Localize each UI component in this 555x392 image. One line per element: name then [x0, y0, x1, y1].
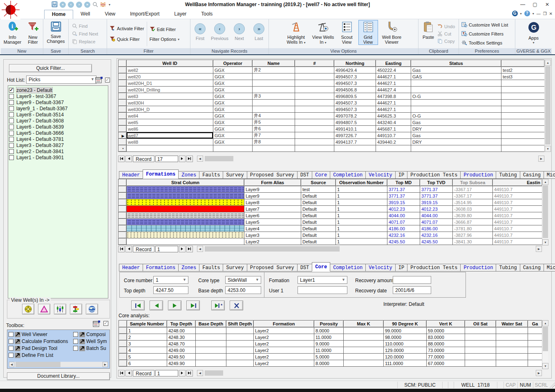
cell-northing[interactable]: 4994506.8	[334, 87, 376, 93]
core-last-button[interactable]	[186, 301, 200, 310]
row-selector[interactable]	[119, 347, 127, 354]
cell-well-id[interactable]: well20H_D1	[127, 80, 213, 87]
cell-easting[interactable]: 444627.1	[376, 100, 411, 106]
cell-gas-sat[interactable]	[528, 354, 542, 360]
cell-well-id[interactable]: well20	[127, 74, 213, 80]
cell-formation[interactable]: Layer2	[254, 347, 314, 354]
cell-source[interactable]: Default	[301, 232, 336, 238]
row-selector[interactable]	[119, 206, 127, 212]
hot-list-item[interactable]: Layer9 - test-3367	[9, 93, 107, 99]
cell-easting[interactable]: 445687.1	[376, 126, 411, 132]
quick-filter-button[interactable]: Quick Filter	[110, 36, 144, 42]
cell-status[interactable]	[411, 87, 501, 93]
last-record-icon[interactable]: »	[84, 2, 90, 8]
strat-pattern-cell[interactable]	[127, 238, 244, 245]
cell-max-k[interactable]	[344, 354, 384, 360]
tab-formations-strip[interactable]: Production Tests	[407, 171, 461, 179]
core-analysis-row[interactable]: 2 4248.30 Layer2 11.0000 98.0000 83.0000	[119, 334, 542, 341]
new-filter-button[interactable]: New Filter	[24, 20, 42, 45]
customize-well-list-button[interactable]: Customize Well List	[461, 22, 508, 28]
tab-core-strip[interactable]: Production	[460, 264, 496, 272]
cell-top-depth[interactable]: 4249.90	[167, 360, 196, 367]
well-row[interactable]: well30H_D GGX 4994507.3 444627.1	[119, 106, 545, 113]
cell-observation-number[interactable]: 1	[336, 199, 387, 206]
core-analysis-row[interactable]: 6 4249.90 Layer2 8.0000 111.0000 67.0000	[119, 360, 542, 367]
recovery-amount-input[interactable]	[393, 276, 431, 284]
customize-filters-button[interactable]: Customize Filters	[461, 31, 508, 37]
user1-input[interactable]	[298, 286, 347, 294]
menu-tab[interactable]: Import/Export	[123, 10, 167, 19]
tab-core-strip[interactable]: Formations	[143, 264, 179, 272]
cell-northing[interactable]: 4991410.1	[334, 126, 376, 132]
cell-easting[interactable]: 449110.7	[493, 206, 542, 212]
row-selector[interactable]	[119, 212, 127, 219]
help-caret-icon[interactable]: ▾	[533, 12, 534, 16]
cell-extra[interactable]	[501, 113, 545, 119]
cell-gas-sat[interactable]	[528, 360, 542, 367]
menu-tab[interactable]: View	[97, 10, 123, 19]
tab-core-strip[interactable]: Casing	[520, 264, 544, 272]
row-selector[interactable]	[119, 139, 127, 145]
cell-source[interactable]: Default	[301, 219, 336, 225]
cell-formation[interactable]: Layer2	[254, 341, 314, 347]
globe-button[interactable]	[86, 304, 98, 314]
cell-top-subsea[interactable]: -3827.96	[453, 232, 493, 238]
cell-base-depth[interactable]	[196, 347, 226, 354]
well-row[interactable]: well5 GGX 井5 4994807.5 443240.4 Gas	[119, 119, 545, 126]
tab-formations-strip[interactable]: Faults	[199, 171, 223, 179]
toolbox-settings-button[interactable]: ToolBox Settings	[461, 40, 508, 46]
record-last-button[interactable]	[186, 246, 193, 252]
find-button[interactable]: Find	[72, 23, 98, 29]
cell-90-degree-k[interactable]: 98.0000	[384, 334, 427, 341]
row-selector[interactable]	[119, 232, 127, 238]
cut-button[interactable]: Cut	[437, 31, 455, 37]
formation-row[interactable]: Layer3 Default 1 4232.16 4232.16 -3827.9…	[119, 232, 542, 238]
qat-dropdown-icon[interactable]: ▾	[109, 3, 110, 7]
cell-top-tvd[interactable]: 3771.37	[420, 186, 453, 193]
toolbox-item[interactable]: Batch Su	[73, 345, 107, 351]
well-bore-viewer-button[interactable]: Well BoreViewer	[380, 20, 404, 45]
cell-shift-depth[interactable]	[226, 347, 254, 354]
row-selector[interactable]	[119, 67, 127, 74]
cell-easting[interactable]: 449110.7	[493, 193, 542, 199]
cell-name[interactable]: 井2	[253, 67, 295, 74]
row-selector[interactable]: *	[119, 145, 127, 152]
cell-sample-number[interactable]: 3	[127, 341, 167, 347]
cell-operator[interactable]: GGX	[213, 67, 253, 74]
tab-formations-strip[interactable]: Completion	[330, 171, 366, 179]
cell-base-depth[interactable]	[196, 360, 226, 367]
cell-northing[interactable]: 4997078.2	[334, 113, 376, 119]
cell-source[interactable]: Default	[301, 206, 336, 212]
cell-formation[interactable]: Layer2	[254, 327, 314, 334]
cell-well-id[interactable]	[127, 145, 213, 152]
hot-list-item[interactable]: Layer8 - Default-3514	[9, 111, 107, 118]
cell-shift-depth[interactable]	[226, 341, 254, 347]
info-manager-button[interactable]: i Info Manager	[2, 20, 23, 45]
cell-easting[interactable]: 450222.4	[376, 67, 411, 74]
strat-chart-button[interactable]	[70, 304, 82, 314]
toolbox-item[interactable]: Well Viewer	[9, 332, 73, 337]
record-next-button[interactable]	[179, 370, 186, 376]
cell-source[interactable]: Default	[301, 238, 336, 245]
cell-number[interactable]	[295, 145, 334, 152]
cell-form-alias[interactable]: Layer3	[244, 232, 301, 238]
gverse-menu-icon[interactable]: G	[512, 11, 518, 16]
menu-tab[interactable]: Tools	[194, 10, 220, 19]
cell-water-sat[interactable]	[496, 354, 528, 360]
cell-name[interactable]	[253, 74, 295, 80]
cell-status[interactable]	[411, 145, 501, 152]
cell-extra[interactable]	[501, 87, 545, 93]
replace-button[interactable]: Replace	[72, 39, 98, 45]
cell-name[interactable]: 井3	[253, 93, 295, 100]
tab-core-strip[interactable]: Velocity	[365, 264, 396, 272]
cell-operator[interactable]: GGX	[213, 119, 253, 126]
cell-northing[interactable]	[334, 145, 376, 152]
activate-filter-button[interactable]: Activate Filter	[110, 25, 144, 32]
hot-list-item[interactable]: layer9_1 - Default-3367	[9, 105, 107, 111]
cell-extra[interactable]	[501, 106, 545, 113]
well-row[interactable]: well20H_D1 GGX 4994507.3 444627.1	[119, 80, 545, 87]
row-selector[interactable]	[119, 327, 127, 334]
cell-base-depth[interactable]	[196, 341, 226, 347]
hot-list-item[interactable]: Layer5 - Default-3666	[9, 130, 107, 136]
formation-row[interactable]: Layer6 Default 1 4044.00 4044.00 -3639.8…	[119, 212, 542, 219]
